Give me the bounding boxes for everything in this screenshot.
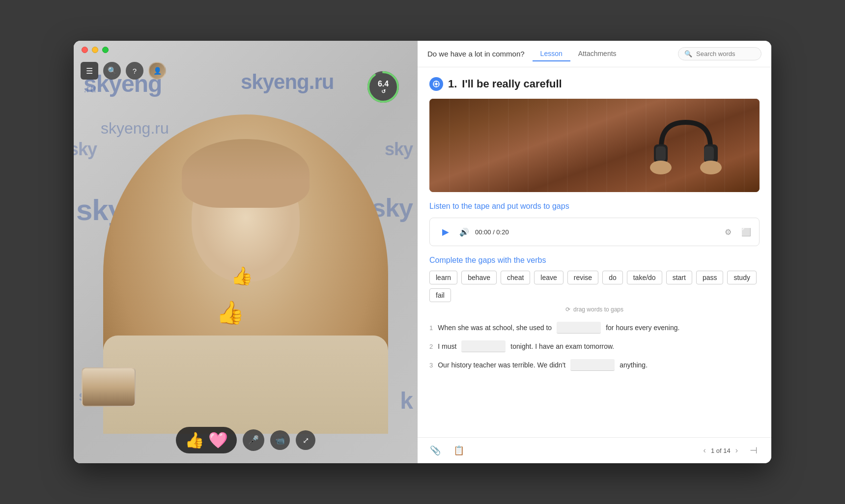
svg-point-10	[700, 161, 722, 174]
svg-point-4	[435, 83, 438, 85]
brand-watermark-3: sky	[74, 139, 97, 160]
audio-settings-icon[interactable]: ⚙	[725, 227, 732, 237]
audio-time: 00:00 / 0:20	[475, 228, 509, 236]
expand-button[interactable]: ⤢	[296, 430, 315, 450]
teacher-face	[192, 154, 300, 281]
sentence-1-part-1: When she was at school, she used to	[438, 324, 552, 332]
drag-hint-text: drag words to gaps	[573, 306, 623, 313]
svg-rect-8	[704, 146, 714, 161]
camera-button[interactable]: 📹	[270, 430, 290, 450]
sentence-num-1: 1	[429, 324, 433, 332]
teacher-hair	[182, 139, 310, 208]
verb-takedo[interactable]: take/do	[627, 271, 662, 284]
search-button[interactable]: 🔍	[103, 62, 121, 80]
hamburger-icon: ☰	[86, 66, 93, 76]
fill-blank-3[interactable]	[570, 359, 615, 371]
svg-rect-7	[656, 146, 666, 161]
student-figure	[83, 368, 135, 406]
drag-hint: ⟳ drag words to gaps	[429, 306, 760, 313]
mini-student-video	[82, 367, 136, 407]
bottom-bar: 📎 📋 ‹ 1 of 14 › ⊣	[418, 437, 771, 463]
search-icon: 🔍	[108, 66, 117, 75]
fill-blank-2[interactable]	[461, 340, 506, 352]
thumbs-up-reaction[interactable]: 👍	[185, 431, 204, 449]
lesson-panel: Do we have a lot in common? Lesson Attac…	[418, 41, 771, 463]
sentence-1: 1 When she was at school, she used to fo…	[429, 322, 760, 334]
verb-revise[interactable]: revise	[567, 271, 598, 284]
close-button[interactable]	[82, 47, 88, 53]
sentence-3-part-1: Our history teacher was terrible. We did…	[438, 361, 565, 369]
menu-button[interactable]: ☰	[81, 62, 98, 80]
section-title-row: 1. I'll be really carefull	[429, 77, 760, 91]
brand-watermark-8: k	[400, 387, 413, 414]
svg-point-9	[650, 161, 672, 174]
audio-player: ▶ 🔊 00:00 / 0:20 ⚙ ⬜	[429, 218, 760, 246]
microphone-icon: 🎤	[248, 435, 259, 446]
page-info: 1 of 14	[711, 447, 731, 454]
sentences-list: 1 When she was at school, she used to fo…	[429, 322, 760, 371]
notes-icon[interactable]: 📋	[451, 443, 467, 458]
app-window: skyeng .ru skyeng.ru sky sky skyeng sky …	[74, 41, 771, 463]
reaction-bar: 👍 🩷	[176, 427, 237, 453]
video-panel: skyeng .ru skyeng.ru sky sky skyeng sky …	[74, 41, 418, 463]
brand-watermark-ru-1: .ru	[84, 83, 96, 95]
attachment-icon[interactable]: 📎	[427, 443, 443, 458]
brand-watermark-4: sky	[385, 139, 413, 160]
drag-icon: ⟳	[565, 306, 570, 313]
verb-leave[interactable]: leave	[534, 271, 563, 284]
sentence-1-part-2: for hours every evening.	[606, 324, 679, 332]
maximize-button[interactable]	[102, 47, 109, 53]
verb-behave[interactable]: behave	[461, 271, 497, 284]
verb-cheat[interactable]: cheat	[501, 271, 530, 284]
video-controls-bar: 👍 🩷 🎤 📹 ⤢	[176, 427, 315, 453]
sentence-num-2: 2	[429, 343, 433, 350]
expand-icon: ⤢	[303, 436, 309, 445]
next-page-button[interactable]: ›	[735, 446, 738, 455]
video-background: skyeng .ru skyeng.ru sky sky skyeng sky …	[74, 41, 418, 463]
user-avatar[interactable]: 👤	[148, 62, 166, 80]
pagination: ‹ 1 of 14 ›	[704, 446, 738, 455]
lesson-content: 1. I'll be really carefull	[418, 67, 771, 437]
help-button[interactable]: ?	[126, 62, 143, 80]
teacher-clothing	[103, 336, 388, 434]
verb-study[interactable]: study	[727, 271, 756, 284]
prev-page-button[interactable]: ‹	[704, 446, 706, 455]
verb-pass[interactable]: pass	[696, 271, 724, 284]
verb-start[interactable]: start	[666, 271, 692, 284]
section-number: 1.	[448, 78, 457, 90]
minimize-button[interactable]	[92, 47, 98, 53]
verb-do[interactable]: do	[602, 271, 623, 284]
headphones-container	[647, 112, 725, 178]
exit-button[interactable]: ⊣	[746, 443, 761, 458]
video-toolbar: ☰ 🔍 ? 👤	[74, 58, 418, 83]
timer-refresh-icon: ↺	[378, 88, 389, 95]
heart-reaction[interactable]: 🩷	[208, 431, 228, 449]
reaction-emoji-2: 👍	[231, 266, 253, 286]
sentence-2: 2 I must tonight. I have an exam tomorro…	[429, 340, 760, 352]
reaction-emoji-1: 👍	[216, 299, 244, 326]
sentence-2-part-1: I must	[438, 342, 456, 350]
titlebar	[74, 41, 771, 58]
verb-fail[interactable]: fail	[429, 288, 451, 302]
volume-icon[interactable]: 🔊	[459, 227, 469, 237]
play-button[interactable]: ▶	[438, 224, 453, 240]
verb-learn[interactable]: learn	[429, 271, 457, 284]
sentence-2-part-2: tonight. I have an exam tomorrow.	[510, 342, 614, 350]
verbs-grid: learn behave cheat leave revise do take/…	[429, 271, 760, 302]
instruction-1: Listen to the tape and put words to gaps	[429, 202, 760, 211]
sentence-3-part-2: anything.	[620, 361, 648, 369]
camera-icon: 📹	[275, 436, 285, 445]
sentence-num-3: 3	[429, 362, 433, 369]
verbs-title: Complete the gaps with the verbs	[429, 256, 760, 265]
brand-watermark-ru-2: skyeng.ru	[101, 119, 169, 138]
help-icon: ?	[133, 67, 137, 75]
microphone-button[interactable]: 🎤	[243, 429, 264, 451]
fill-blank-1[interactable]	[557, 322, 601, 334]
headphones-svg	[647, 112, 725, 176]
sentence-3: 3 Our history teacher was terrible. We d…	[429, 359, 760, 371]
section-heading: I'll be really carefull	[462, 78, 562, 90]
section-icon	[429, 77, 443, 91]
lesson-image	[429, 99, 760, 192]
audio-expand-icon[interactable]: ⬜	[741, 227, 751, 237]
